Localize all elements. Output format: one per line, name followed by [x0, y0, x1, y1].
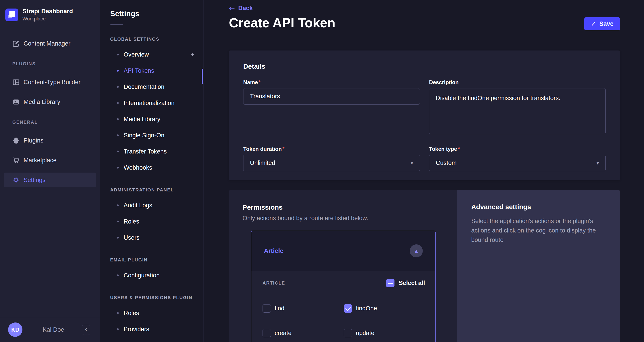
advanced-settings-description: Select the application's actions or the … — [471, 216, 604, 245]
permissions-section: Permissions Only actions bound by a rout… — [229, 190, 620, 342]
findone-label: findOne — [356, 305, 377, 312]
sidebar-item-label: Media Library — [24, 98, 60, 106]
sidebar-item-label: Content-Type Builder — [24, 79, 80, 86]
sidebar-item-label: Settings — [24, 176, 46, 184]
action-update: update — [344, 329, 425, 337]
subnav-item-internationalization[interactable]: Internationalization — [100, 95, 204, 111]
arrow-left-icon: ← — [229, 4, 235, 12]
subnav-item-label: Roles — [124, 310, 139, 317]
subnav-item-label: Overview — [124, 51, 149, 58]
sidebar-section-general: GENERAL — [12, 120, 100, 125]
article-group-row: ARTICLE Select all — [262, 279, 425, 287]
subnav-item-overview[interactable]: Overview — [100, 46, 204, 62]
bullet-icon — [117, 312, 119, 314]
chevron-left-icon: ‹ — [85, 326, 87, 333]
article-accordion-header[interactable]: Article ▲ — [251, 231, 435, 271]
subnav-item-label: Users — [124, 234, 140, 241]
required-asterisk: * — [258, 79, 260, 85]
subnav-item-configuration[interactable]: Configuration — [100, 267, 204, 284]
subnav-item-media-library[interactable]: Media Library — [100, 111, 204, 127]
sidebar-item-settings[interactable]: Settings — [4, 172, 96, 188]
subnav-section-administration-panel: ADMINISTRATION PANEL — [110, 188, 204, 193]
edit-icon — [12, 40, 20, 47]
subnav-item-audit-logs[interactable]: Audit Logs — [100, 197, 204, 214]
subnav-item-admin-roles[interactable]: Roles — [100, 214, 204, 230]
subnav-item-webhooks[interactable]: Webhooks — [100, 160, 204, 176]
update-checkbox[interactable] — [344, 329, 352, 337]
select-all-label: Select all — [399, 280, 425, 286]
back-label: Back — [238, 5, 253, 12]
token-duration-label: Token duration* — [243, 146, 420, 152]
action-create: create — [262, 329, 344, 337]
notification-dot — [192, 54, 194, 56]
subnav-item-label: Documentation — [124, 84, 164, 90]
subnav-item-label: API Tokens — [124, 67, 154, 74]
action-find: find — [262, 304, 344, 312]
subnav-item-label: Single Sign-On — [124, 132, 164, 139]
sidebar-item-content-type-builder[interactable]: Content-Type Builder — [4, 75, 96, 90]
bullet-icon — [117, 328, 119, 330]
workspace-brand[interactable]: Strapi Dashboard Workplace — [0, 0, 100, 30]
article-accordion: Article ▲ ARTICLE Select all — [251, 231, 436, 342]
find-checkbox[interactable] — [262, 304, 271, 312]
subnav-section-global-settings: GLOBAL SETTINGS — [110, 36, 204, 42]
subnav-item-label: Roles — [124, 218, 139, 225]
article-accordion-body: ARTICLE Select all find — [251, 271, 435, 337]
image-icon — [12, 98, 20, 106]
sidebar-item-marketplace[interactable]: Marketplace — [4, 153, 96, 168]
subnav-item-label: Media Library — [124, 116, 160, 123]
findone-checkbox[interactable] — [344, 304, 352, 312]
description-textarea[interactable]: Disable the findOne permission for trans… — [429, 88, 606, 134]
sidebar-item-media-library[interactable]: Media Library — [4, 94, 96, 109]
main-sidebar: Strapi Dashboard Workplace Content Manag… — [0, 0, 100, 342]
find-label: find — [275, 305, 284, 312]
description-label: Description — [429, 79, 606, 86]
subnav-item-single-sign-on[interactable]: Single Sign-On — [100, 127, 204, 144]
page-title: Create API Token — [229, 15, 620, 30]
strapi-logo-icon — [6, 8, 18, 21]
subnav-item-up-roles[interactable]: Roles — [100, 305, 204, 321]
token-type-select[interactable]: Custom ▾ — [429, 155, 606, 171]
bullet-icon — [117, 167, 119, 168]
bullet-icon — [117, 237, 119, 238]
sidebar-item-label: Marketplace — [24, 157, 56, 164]
name-input[interactable] — [243, 88, 420, 104]
subnav-item-providers[interactable]: Providers — [100, 321, 204, 337]
subnav-item-label: Configuration — [124, 272, 160, 279]
workspace-subtitle: Workplace — [22, 16, 73, 22]
bullet-icon — [117, 220, 119, 222]
token-duration-value: Unlimited — [250, 160, 275, 166]
subnav-item-users[interactable]: Users — [100, 230, 204, 246]
avatar[interactable]: KD — [8, 322, 22, 337]
permissions-subtitle: Only actions bound by a route are listed… — [242, 215, 457, 222]
details-heading: Details — [243, 62, 606, 70]
collapse-accordion-button[interactable]: ▲ — [410, 244, 423, 258]
sidebar-item-content-manager[interactable]: Content Manager — [4, 36, 96, 51]
chevron-down-icon: ▾ — [596, 160, 599, 166]
cart-icon — [12, 157, 20, 164]
permissions-card: Permissions Only actions bound by a rout… — [229, 190, 457, 342]
sidebar-item-plugins[interactable]: Plugins — [4, 133, 96, 148]
description-field-group: Description Disable the findOne permissi… — [429, 79, 606, 134]
subnav-item-api-tokens[interactable]: API Tokens — [100, 62, 204, 79]
subnav-item-documentation[interactable]: Documentation — [100, 79, 204, 95]
create-checkbox[interactable] — [262, 329, 271, 337]
subnav-item-transfer-tokens[interactable]: Transfer Tokens — [100, 144, 204, 160]
workspace-title: Strapi Dashboard — [22, 8, 73, 15]
required-asterisk: * — [458, 146, 460, 152]
user-area: KD Kai Doe ‹ — [0, 317, 100, 342]
token-duration-select[interactable]: Unlimited ▾ — [243, 155, 420, 171]
select-all-checkbox[interactable] — [386, 279, 394, 287]
main-content: ← Back Create API Token ✓ Save Details N… — [204, 0, 644, 342]
action-findone: findOne — [344, 304, 425, 312]
advanced-settings-heading: Advanced settings — [471, 203, 606, 211]
subnav-item-label: Webhooks — [124, 164, 152, 171]
settings-subnav: Settings GLOBAL SETTINGS Overview API To… — [100, 0, 204, 342]
subnav-scrollbar-thumb[interactable] — [202, 69, 203, 84]
subnav-item-label: Providers — [124, 326, 149, 333]
save-button[interactable]: ✓ Save — [584, 17, 620, 30]
token-type-field-group: Token type* Custom ▾ — [429, 146, 606, 171]
sidebar-collapse-button[interactable]: ‹ — [82, 325, 90, 335]
bullet-icon — [117, 102, 119, 104]
back-link[interactable]: ← Back — [229, 0, 260, 12]
